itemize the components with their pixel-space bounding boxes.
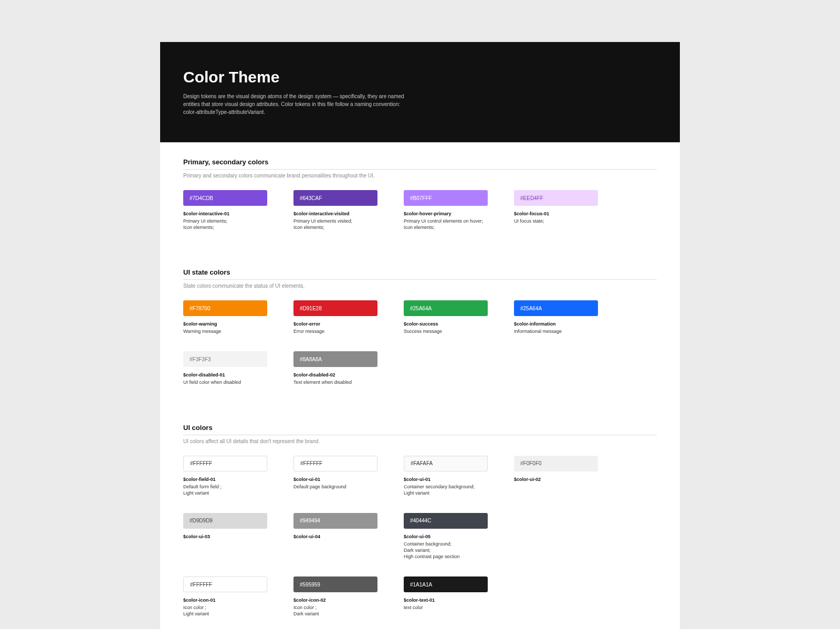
color-chip: #D91E28: [293, 300, 377, 316]
token-name: $color-interactive-visited: [293, 211, 377, 216]
token-name: $color-icon-02: [293, 597, 377, 603]
color-chip: #F0F0F0: [514, 456, 598, 471]
token-name: $color-disabled-02: [293, 372, 377, 378]
token-name: $color-ui-02: [514, 477, 598, 482]
color-chip: #25A64A: [404, 300, 488, 316]
color-chip: #595959: [293, 576, 377, 592]
section: UI colorsUI colors affect all UI details…: [183, 424, 657, 624]
color-chip: #1A1A1A: [404, 576, 488, 592]
color-chip: #EED4FF: [514, 190, 598, 206]
token-name: $color-success: [404, 321, 488, 327]
swatch-block: #FAFAFA$color-ui-01Container secondary b…: [404, 456, 488, 496]
token-desc: Informational message: [514, 328, 598, 334]
section: UI state colorsState colors communicate …: [183, 268, 657, 392]
section-subtitle: UI colors affect all UI details that don…: [183, 438, 657, 444]
swatch-grid: #FFFFFF$color-field-01Default form field…: [183, 456, 657, 624]
token-name: $color-error: [293, 321, 377, 327]
token-name: $color-ui-01: [293, 477, 377, 482]
token-desc: Primary UI elements visited; Icon elemen…: [293, 218, 377, 230]
token-desc: Container background; Dark variant; High…: [404, 541, 488, 560]
section-title: UI colors: [183, 424, 657, 432]
swatch-block: #D91E28$color-errorError message: [293, 300, 377, 334]
color-chip: #FFFFFF: [293, 456, 377, 471]
color-chip: #25A64A: [514, 300, 598, 316]
color-chip: #F3F3F3: [183, 351, 267, 367]
section-subtitle: Primary and secondary colors communicate…: [183, 173, 657, 179]
swatch-block: #1A1A1A$color-text-01text color: [404, 576, 488, 617]
token-name: $color-hover-primary: [404, 211, 488, 216]
color-chip: #B07FFF: [404, 190, 488, 206]
section-rule: [183, 435, 657, 435]
token-name: $color-warning: [183, 321, 267, 327]
color-chip: #D9D9D9: [183, 513, 267, 529]
token-name: $color-text-01: [404, 597, 488, 603]
swatch-block: #F0F0F0$color-ui-02: [514, 456, 598, 496]
color-chip: #949494: [293, 513, 377, 529]
token-name: $color-interactive-01: [183, 211, 267, 216]
section-title: UI state colors: [183, 268, 657, 276]
token-desc: Primary UI control elements on hover; Ic…: [404, 218, 488, 230]
token-desc: text color: [404, 604, 488, 611]
swatch-block: #FFFFFF$color-ui-01Default page backgrou…: [293, 456, 377, 496]
section-title: Primary, secondary colors: [183, 158, 657, 166]
swatch-block: #F78700$color-warningWarning message: [183, 300, 267, 334]
swatch-grid: #7D4CDB$color-interactive-01Primary UI e…: [183, 190, 657, 237]
swatch-block: #7D4CDB$color-interactive-01Primary UI e…: [183, 190, 267, 230]
swatch-block: #F3F3F3$color-disabled-01UI field color …: [183, 351, 267, 385]
token-desc: Icon color ; Dark variant: [293, 604, 377, 617]
swatch-block: #EED4FF$color-focus-01UI focus state;: [514, 190, 598, 230]
token-name: $color-focus-01: [514, 211, 598, 216]
page-content: Primary, secondary colorsPrimary and sec…: [160, 142, 680, 629]
token-desc: Text element when disabled: [293, 379, 377, 385]
swatch-block: #949494$color-ui-04: [293, 513, 377, 560]
swatch-block: #FFFFFF$color-icon-01Icon color ; Light …: [183, 576, 267, 617]
token-desc: Default form field ; Light variant: [183, 484, 267, 496]
page: Color Theme Design tokens are the visual…: [160, 42, 680, 629]
token-desc: Primary UI elements; Icon elements;: [183, 218, 267, 230]
color-chip: #FAFAFA: [404, 456, 488, 471]
section: Primary, secondary colorsPrimary and sec…: [183, 158, 657, 237]
swatch-block: #B07FFF$color-hover-primaryPrimary UI co…: [404, 190, 488, 230]
token-name: $color-ui-05: [404, 534, 488, 539]
token-name: $color-icon-01: [183, 597, 267, 603]
page-header: Color Theme Design tokens are the visual…: [160, 42, 680, 142]
token-desc: Warning message: [183, 328, 267, 334]
token-desc: Success message: [404, 328, 488, 334]
token-name: $color-ui-01: [404, 477, 488, 482]
section-rule: [183, 279, 657, 280]
token-name: $color-ui-04: [293, 534, 377, 539]
token-desc: Container secondary background; Light va…: [404, 484, 488, 496]
token-name: $color-field-01: [183, 477, 267, 482]
token-desc: Error message: [293, 328, 377, 334]
color-chip: #F78700: [183, 300, 267, 316]
color-chip: #643CAF: [293, 190, 377, 206]
token-name: $color-information: [514, 321, 598, 327]
section-subtitle: State colors communicate the status of U…: [183, 283, 657, 289]
swatch-block: #595959$color-icon-02Icon color ; Dark v…: [293, 576, 377, 617]
swatch-block: #D9D9D9$color-ui-03: [183, 513, 267, 560]
token-name: $color-disabled-01: [183, 372, 267, 378]
swatch-block: #8A8A8A$color-disabled-02Text element wh…: [293, 351, 377, 385]
token-desc: UI focus state;: [514, 218, 598, 224]
swatch-block: #643CAF$color-interactive-visitedPrimary…: [293, 190, 377, 230]
token-desc: UI field color when disabled: [183, 379, 267, 385]
page-subtitle: Design tokens are the visual design atom…: [183, 92, 409, 116]
token-desc: Default page background: [293, 484, 377, 490]
color-chip: #7D4CDB: [183, 190, 267, 206]
color-chip: #40444C: [404, 513, 488, 529]
swatch-block: #25A64A$color-successSuccess message: [404, 300, 488, 334]
color-chip: #8A8A8A: [293, 351, 377, 367]
section-rule: [183, 169, 657, 170]
swatch-grid: #F78700$color-warningWarning message#D91…: [183, 300, 657, 392]
color-chip: #FFFFFF: [183, 456, 267, 471]
swatch-block: #25A64A$color-informationInformational m…: [514, 300, 598, 334]
page-title: Color Theme: [183, 68, 657, 86]
token-desc: Icon color ; Light variant: [183, 604, 267, 617]
color-chip: #FFFFFF: [183, 576, 267, 592]
swatch-block: #FFFFFF$color-field-01Default form field…: [183, 456, 267, 496]
swatch-block: #40444C$color-ui-05Container background;…: [404, 513, 488, 560]
token-name: $color-ui-03: [183, 534, 267, 539]
